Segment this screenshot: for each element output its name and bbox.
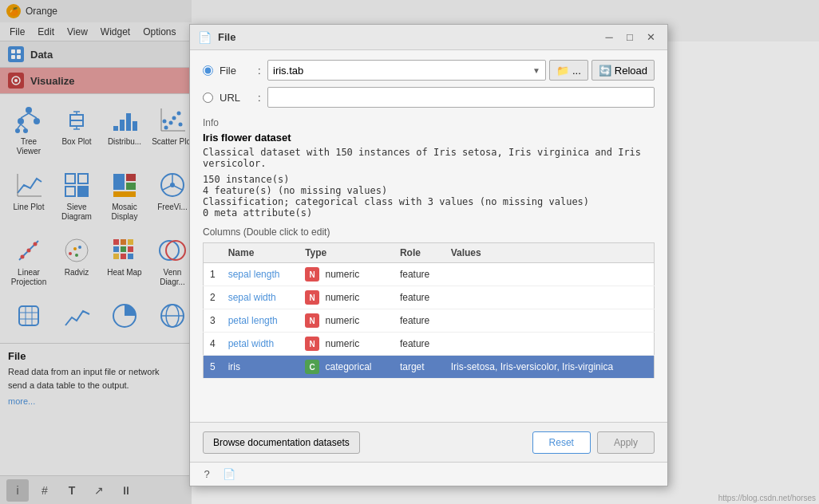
dataset-stats: 150 instance(s) 4 feature(s) (no missing… — [203, 174, 655, 219]
type-badge: N — [305, 337, 319, 351]
row-type: N numeric — [299, 309, 394, 333]
row-values — [445, 263, 655, 286]
dialog-footer-icons: ? 📄 — [190, 462, 667, 486]
row-num: 5 — [204, 356, 222, 379]
url-radio-row: URL : — [203, 87, 655, 108]
reset-label: Reset — [549, 437, 574, 448]
row-num: 1 — [204, 263, 222, 286]
row-values — [445, 286, 655, 309]
file-radio[interactable] — [203, 65, 213, 76]
url-input[interactable] — [267, 87, 655, 108]
row-type: N numeric — [299, 263, 394, 286]
folder-icon: 📁 — [556, 65, 569, 77]
row-name: sepal length — [222, 263, 299, 286]
watermark: https://blog.csdn.net/horses — [718, 494, 816, 502]
table-row[interactable]: 5 iris C categorical target Iris-setosa,… — [204, 356, 655, 379]
type-badge: C — [305, 360, 319, 374]
reload-btn[interactable]: 🔄 Reload — [592, 60, 655, 81]
row-role: feature — [394, 309, 445, 333]
row-name: petal width — [222, 333, 299, 356]
row-values — [445, 333, 655, 356]
type-badge: N — [305, 267, 319, 282]
row-type: C categorical — [299, 356, 394, 379]
url-input-row — [267, 87, 655, 108]
docs-icon-btn[interactable]: 📄 — [220, 466, 238, 483]
file-value: iris.tab — [273, 65, 303, 77]
type-badge: N — [305, 290, 319, 305]
table-row[interactable]: 1 sepal length N numeric feature — [204, 263, 655, 286]
dialog-title-left: 📄 File — [198, 31, 235, 44]
dialog-minimize-btn[interactable]: ─ — [600, 29, 618, 46]
row-role: feature — [394, 333, 445, 356]
row-num: 4 — [204, 333, 222, 356]
info-header: Info — [203, 117, 655, 128]
reload-icon: 🔄 — [599, 65, 611, 77]
file-input-row: iris.tab ▼ 📁 ... 🔄 Reload — [267, 60, 655, 81]
row-name: sepal width — [222, 286, 299, 309]
type-badge: N — [305, 313, 319, 328]
browse-docs-btn[interactable]: Browse documentation datasets — [203, 431, 360, 454]
reload-label: Reload — [615, 65, 647, 77]
combo-arrow-icon: ▼ — [532, 66, 540, 75]
dialog-title-text: File — [218, 31, 235, 43]
row-role: feature — [394, 263, 445, 286]
apply-label: Apply — [614, 437, 638, 448]
col-header-num — [204, 243, 222, 263]
info-section: Info Iris flower dataset Classical datas… — [203, 117, 655, 219]
col-header-name: Name — [222, 243, 299, 263]
row-role: target — [394, 356, 445, 379]
file-url-section: File : iris.tab ▼ 📁 ... 🔄 Reload — [203, 60, 655, 108]
browse-label: ... — [572, 65, 581, 77]
apply-btn[interactable]: Apply — [597, 431, 655, 454]
file-radio-row: File : iris.tab ▼ 📁 ... 🔄 Reload — [203, 60, 655, 81]
browse-btn[interactable]: 📁 ... — [549, 60, 588, 81]
col-header-type: Type — [299, 243, 394, 263]
help-icon-btn[interactable]: ? — [198, 466, 216, 483]
dialog-close-btn[interactable]: ✕ — [642, 29, 659, 46]
row-role: feature — [394, 286, 445, 309]
row-name: iris — [222, 356, 299, 379]
url-radio-label: URL — [220, 92, 251, 104]
row-num: 3 — [204, 309, 222, 333]
browse-docs-label: Browse documentation datasets — [213, 437, 350, 448]
columns-table: Name Type Role Values 1 sepal length N n… — [203, 242, 655, 379]
table-row[interactable]: 3 petal length N numeric feature — [204, 309, 655, 333]
row-values: Iris-setosa, Iris-versicolor, Iris-virgi… — [445, 356, 655, 379]
row-num: 2 — [204, 286, 222, 309]
dialog-titlebar: 📄 File ─ □ ✕ — [190, 25, 667, 50]
file-combo[interactable]: iris.tab ▼ — [267, 60, 546, 81]
row-type: N numeric — [299, 286, 394, 309]
dataset-description: Classical dataset with 150 instances of … — [203, 147, 655, 169]
url-radio[interactable] — [203, 93, 213, 103]
columns-section: Columns (Double click to edit) Name Type… — [203, 226, 655, 379]
table-row[interactable]: 2 sepal width N numeric feature — [204, 286, 655, 309]
dialog-controls: ─ □ ✕ — [600, 29, 659, 46]
col-header-role: Role — [394, 243, 445, 263]
reset-btn[interactable]: Reset — [532, 431, 591, 454]
row-name: petal length — [222, 309, 299, 333]
file-radio-label: File — [220, 65, 251, 77]
col-header-values: Values — [445, 243, 655, 263]
footer-right-btns: Reset Apply — [532, 431, 655, 454]
row-type: N numeric — [299, 333, 394, 356]
dialog-content: File : iris.tab ▼ 📁 ... 🔄 Reload — [190, 50, 667, 422]
file-icon: 📄 — [198, 31, 212, 44]
columns-header: Columns (Double click to edit) — [203, 226, 655, 238]
row-values — [445, 309, 655, 333]
dialog-footer: Browse documentation datasets Reset Appl… — [190, 422, 667, 462]
dataset-title: Iris flower dataset — [203, 132, 655, 144]
dialog-maximize-btn[interactable]: □ — [621, 29, 639, 46]
table-row[interactable]: 4 petal width N numeric feature — [204, 333, 655, 356]
file-dialog: 📄 File ─ □ ✕ File : iris.tab ▼ — [189, 24, 668, 486]
